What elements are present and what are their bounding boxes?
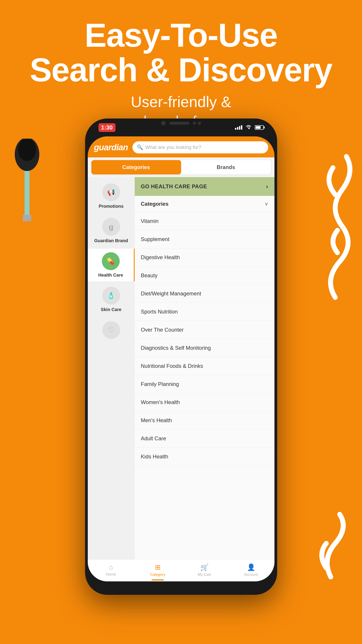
status-icons: [235, 124, 264, 130]
home-label: Home: [106, 572, 116, 577]
category-item-digestive-health[interactable]: Digestive Health: [135, 248, 274, 266]
sidebar-item-health-care[interactable]: 💊 Health Care: [88, 249, 135, 281]
tab-categories[interactable]: Categories: [91, 160, 181, 174]
phone-speaker: [169, 122, 189, 124]
app-header: guardian 🔍 What are you looking for?: [88, 136, 274, 158]
health-care-icon: 💊: [102, 252, 120, 270]
cart-label: My Cart: [198, 572, 211, 577]
category-item-beauty[interactable]: Beauty: [135, 266, 274, 285]
sidebar-item-skin-care[interactable]: 🧴 Skin Care: [88, 283, 135, 316]
account-icon: 👤: [247, 563, 255, 571]
account-label: Account: [244, 572, 258, 577]
hero-title: Easy-To-Use Search & Discovery: [0, 18, 362, 88]
categories-section-header[interactable]: Categories ∨: [135, 196, 274, 212]
category-item-diagnostics[interactable]: Diagnostics & Self Monitoring: [135, 339, 274, 357]
bottom-navigation: ⌂ Home ⊞ Category 🛒 My Cart 👤 Account: [88, 560, 274, 582]
sensor-dot: [198, 122, 201, 125]
go-health-care-banner[interactable]: GO HEALTH CARE PAGE ›: [135, 177, 274, 196]
category-item-kids-health[interactable]: Kids Health: [135, 448, 274, 466]
cart-icon: 🛒: [200, 563, 208, 571]
search-placeholder: What are you looking for?: [145, 144, 201, 150]
battery-fill: [256, 126, 261, 129]
hero-section: Easy-To-Use Search & Discovery User-frie…: [0, 0, 362, 132]
category-item-family-planning[interactable]: Family Planning: [135, 375, 274, 393]
bottom-nav-home[interactable]: ⌂ Home: [88, 563, 134, 577]
promotions-icon: 📢: [102, 183, 120, 201]
guardian-logo: guardian: [94, 143, 128, 152]
category-item-sports-nutrition[interactable]: Sports Nutrition: [135, 303, 274, 321]
swirl-bottom-decoration: [304, 510, 349, 599]
go-banner-text: GO HEALTH CARE PAGE: [141, 183, 207, 190]
svg-rect-0: [24, 156, 29, 219]
category-item-mens-health[interactable]: Men's Health: [135, 412, 274, 430]
wifi-icon: [245, 124, 252, 130]
category-item-over-the-counter[interactable]: Over The Counter: [135, 321, 274, 339]
guardian-brand-label: Guardian Brand: [94, 238, 128, 243]
skin-care-label: Skin Care: [101, 307, 121, 312]
sidebar-item-favorites[interactable]: ♡: [88, 318, 135, 345]
front-camera: [161, 121, 166, 126]
sidebar-item-guardian-brand[interactable]: g Guardian Brand: [88, 214, 135, 247]
sensor-dot: [193, 122, 196, 125]
home-icon: ⌂: [109, 563, 113, 571]
phone-notch: [150, 118, 212, 128]
svg-rect-1: [23, 215, 31, 222]
phone-device: 1:30: [85, 118, 277, 595]
phone-time: 1:30: [98, 123, 115, 132]
favorites-icon: ♡: [102, 321, 120, 339]
hero-subtitle-line1: User-friendly &: [131, 93, 231, 110]
category-item-adult-care[interactable]: Adult Care: [135, 430, 274, 448]
sidebar-item-promotions[interactable]: 📢 Promotions: [88, 180, 135, 212]
active-tab-indicator: [152, 580, 164, 580]
category-item-diet-weight[interactable]: Diet/Weight Management: [135, 285, 274, 303]
skin-care-icon: 🧴: [102, 287, 120, 304]
battery-icon: [255, 125, 264, 130]
categories-chevron-icon: ∨: [265, 201, 268, 207]
category-item-supplement[interactable]: Supplement: [135, 230, 274, 248]
bottom-nav-cart[interactable]: 🛒 My Cart: [181, 563, 228, 577]
notch-sensors: [193, 122, 201, 125]
brush-decoration: [7, 139, 49, 237]
hero-title-line1: Easy-To-Use: [85, 17, 278, 54]
tab-bar: Categories Brands: [91, 160, 271, 174]
phone-screen: guardian 🔍 What are you looking for? Cat…: [88, 136, 274, 582]
tab-brands[interactable]: Brands: [181, 160, 271, 174]
guardian-brand-icon: g: [102, 218, 120, 236]
search-icon: 🔍: [137, 144, 143, 150]
signal-icon: [235, 125, 242, 130]
sidebar: 📢 Promotions g Guardian Brand 💊 Health C…: [88, 177, 135, 560]
health-care-label: Health Care: [98, 272, 123, 278]
hero-title-line2: Search & Discovery: [30, 52, 332, 88]
search-bar[interactable]: 🔍 What are you looking for?: [132, 141, 268, 154]
category-item-vitamin[interactable]: Vitamin: [135, 212, 274, 230]
main-panel: GO HEALTH CARE PAGE › Categories ∨ Vitam…: [135, 177, 274, 560]
go-banner-arrow-icon: ›: [266, 183, 268, 190]
bottom-nav-category[interactable]: ⊞ Category: [134, 563, 181, 577]
categories-title: Categories: [141, 201, 169, 207]
phone-frame: 1:30: [85, 118, 277, 595]
bottom-nav-account[interactable]: 👤 Account: [228, 563, 274, 577]
category-icon: ⊞: [155, 563, 161, 571]
category-item-nutritional-foods[interactable]: Nutritional Foods & Drinks: [135, 357, 274, 375]
promotions-label: Promotions: [99, 204, 124, 209]
swirl-right-decoration: [306, 145, 355, 302]
svg-point-3: [18, 139, 36, 161]
category-label: Category: [150, 572, 166, 577]
category-item-womens-health[interactable]: Women's Health: [135, 393, 274, 412]
svg-point-2: [15, 139, 39, 171]
phone-status-bar: 1:30: [85, 118, 277, 136]
content-area: 📢 Promotions g Guardian Brand 💊 Health C…: [88, 177, 274, 560]
